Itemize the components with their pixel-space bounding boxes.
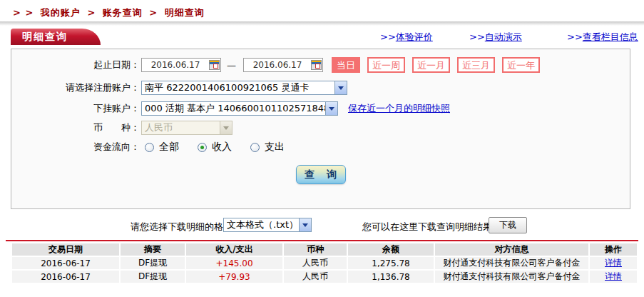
tab-detail-query[interactable]: 明细查询: [11, 29, 82, 45]
radio-income-label: 收入: [212, 141, 232, 153]
end-date-field[interactable]: [243, 58, 323, 72]
radio-icon[interactable]: [198, 143, 207, 152]
header-action: 操作: [590, 243, 637, 256]
link-prefix: >>: [380, 31, 396, 42]
dropdown-arrow-icon[interactable]: [334, 81, 347, 94]
save-snapshot-link[interactable]: 保存近一个月的明细快照: [348, 102, 450, 115]
detail-query-page: > > 我的账户 > 账务查询 > 明细查询 明细查询 >>体验评价 >>自动演…: [0, 0, 644, 297]
radio-expense[interactable]: 支出: [250, 141, 285, 153]
breadcrumb-separator: >: [87, 7, 96, 18]
cell-date: 2016-06-17: [12, 271, 119, 283]
quick-range-month-button[interactable]: 近一月: [412, 57, 450, 73]
fund-flow-label: 资金流向：: [11, 141, 140, 153]
sub-account-select[interactable]: 000 活期 基本户 1406600101102571848: [141, 101, 338, 116]
header-currency: 币种: [284, 243, 347, 256]
radio-all-label: 全部: [159, 141, 179, 153]
cell-counterparty: 财付通支付科技有限公司客户备付金: [435, 257, 588, 269]
currency-value: 人民币: [142, 121, 220, 134]
cell-action: 详情: [590, 271, 637, 283]
cell-counterparty: 财付通支付科技有限公司客户备付金: [435, 271, 588, 283]
cell-currency: 人民币: [284, 271, 347, 283]
breadcrumb-prefix: > >: [13, 7, 34, 18]
radio-expense-label: 支出: [265, 141, 285, 153]
table-top-divider: [6, 240, 638, 241]
cell-summary: DF提现: [121, 257, 185, 269]
cell-balance: 1,136.78: [348, 271, 434, 283]
quick-range-year-button[interactable]: 近一年: [502, 57, 540, 73]
table-row: 2016-06-17 DF提现 +79.93 人民币 1,136.78 财付通支…: [12, 271, 637, 283]
breadcrumb-item-my-accounts[interactable]: 我的账户: [41, 7, 81, 18]
cell-amount: +145.00: [186, 257, 282, 269]
download-format-label: 请您选择下载明细的格式: [131, 221, 232, 233]
breadcrumb-separator: >: [149, 7, 158, 18]
calendar-icon[interactable]: [209, 60, 220, 70]
currency-select: 人民币: [141, 121, 232, 135]
results-table: 交易日期 摘要 收入/支出 币种 余额 对方信息 操作 2016-06-17 D…: [11, 242, 638, 284]
quick-range-today-button[interactable]: 当日: [332, 57, 360, 73]
link-label: 查看栏目信息: [583, 31, 638, 42]
cell-amount: +79.93: [186, 271, 282, 283]
radio-all[interactable]: 全部: [145, 141, 179, 153]
link-auto-demo[interactable]: >>自动演示: [469, 31, 522, 44]
header-balance: 余额: [348, 243, 434, 256]
download-button[interactable]: 下载: [489, 217, 527, 233]
dropdown-arrow-icon[interactable]: [325, 102, 337, 115]
cell-date: 2016-06-17: [12, 257, 119, 269]
link-prefix: >>: [469, 31, 485, 42]
radio-icon[interactable]: [145, 143, 154, 152]
cell-summary: DF提现: [121, 271, 185, 283]
header-summary: 摘要: [121, 243, 185, 256]
radio-icon[interactable]: [250, 143, 260, 152]
quick-range-3months-button[interactable]: 近三月: [457, 57, 495, 73]
link-label: 自动演示: [485, 31, 522, 42]
download-format-value: 文本格式（.txt）: [224, 218, 299, 231]
header-amount: 收入/支出: [186, 243, 282, 256]
breadcrumb: > > 我的账户 > 账务查询 > 明细查询: [13, 6, 208, 19]
radio-income[interactable]: 收入: [198, 141, 232, 153]
link-view-column-info[interactable]: >>查看栏目信息: [567, 31, 638, 44]
link-prefix: >>: [567, 31, 583, 42]
quick-range-week-button[interactable]: 近一周: [367, 57, 405, 73]
breadcrumb-item-detail-query[interactable]: 明细查询: [165, 7, 205, 18]
date-range-label: 起止日期：: [11, 59, 140, 71]
start-date-field[interactable]: [141, 58, 221, 72]
download-hint: 您可以在这里下载查询明细结果: [362, 221, 492, 233]
dropdown-arrow-icon[interactable]: [299, 218, 311, 231]
table-row: 2016-06-17 DF提现 +145.00 人民币 1,275.78 财付通…: [12, 257, 637, 269]
tab-tail-decoration: [82, 29, 101, 45]
registered-account-label: 请选择注册账户：: [11, 81, 140, 94]
currency-label: 币 种：: [11, 121, 140, 134]
end-date-input[interactable]: [244, 60, 311, 70]
detail-link[interactable]: 详情: [605, 271, 622, 281]
date-range-dash: —: [227, 60, 236, 71]
cell-balance: 1,275.78: [348, 257, 434, 269]
dropdown-arrow-icon: [220, 121, 232, 134]
download-format-select[interactable]: 文本格式（.txt）: [223, 218, 312, 232]
header-counterparty: 对方信息: [435, 243, 588, 256]
link-label: 体验评价: [396, 31, 433, 42]
header-date: 交易日期: [12, 243, 119, 256]
query-button[interactable]: 查 询: [296, 165, 346, 184]
cell-action: 详情: [590, 257, 637, 269]
start-date-input[interactable]: [142, 60, 209, 70]
registered-account-select[interactable]: 南平 6222001406100921065 灵通卡: [141, 81, 347, 95]
table-header-row: 交易日期 摘要 收入/支出 币种 余额 对方信息 操作: [12, 243, 637, 256]
breadcrumb-divider: [0, 21, 644, 26]
sub-account-value: 000 活期 基本户 1406600101102571848: [142, 102, 325, 115]
link-experience-rating[interactable]: >>体验评价: [380, 31, 433, 44]
registered-account-value: 南平 6222001406100921065 灵通卡: [142, 81, 334, 94]
fund-flow-radio-group: 全部 收入 支出: [145, 141, 303, 153]
calendar-icon[interactable]: [311, 60, 322, 70]
breadcrumb-item-account-query[interactable]: 账务查询: [103, 7, 143, 18]
query-form-panel: 起止日期： — 当日 近一周 近一月 近三月 近一年 请选择注册账户： 南平 6…: [11, 49, 630, 209]
sub-account-label: 下挂账户：: [11, 102, 140, 115]
detail-link[interactable]: 详情: [605, 258, 622, 268]
cell-currency: 人民币: [284, 257, 347, 269]
